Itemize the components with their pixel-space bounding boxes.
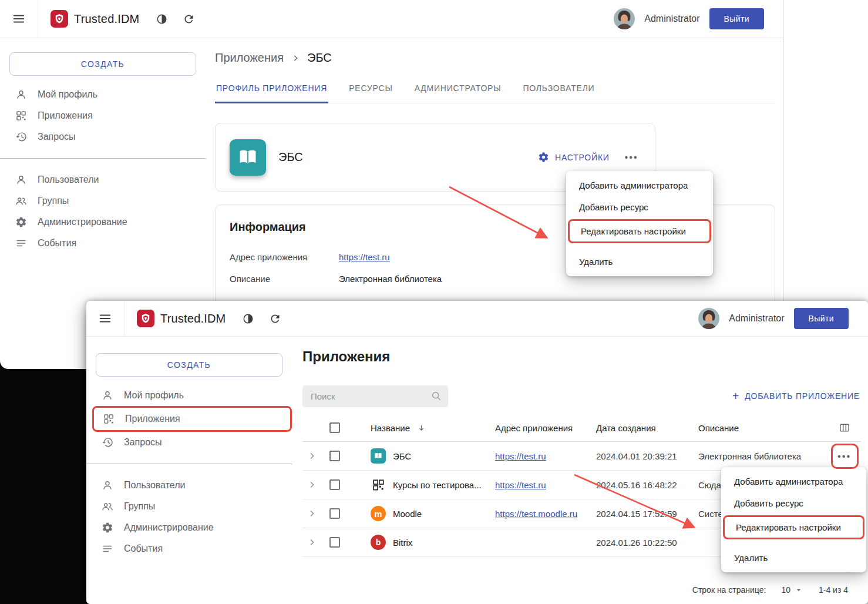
user-icon (102, 479, 113, 491)
info-value: Электронная библиотека (339, 274, 442, 284)
sidebar-item-users[interactable]: Пользователи (0, 169, 206, 190)
column-header-created: Дата создания (596, 423, 698, 433)
select-all-checkbox[interactable] (329, 422, 340, 433)
sidebar-item-administration[interactable]: Администрирование (0, 212, 206, 233)
sidebar-item-requests[interactable]: Запросы (86, 432, 292, 453)
nav-label: Приложения (38, 110, 93, 121)
app-row-url[interactable]: https://test.moodle.ru (495, 509, 577, 519)
app-row-name[interactable]: Bitrix (393, 538, 412, 548)
username: Administrator (644, 14, 699, 24)
logout-button[interactable]: Выйти (794, 308, 849, 329)
rows-per-page-select[interactable]: 10 (781, 585, 803, 595)
column-header-name[interactable]: Название (371, 423, 410, 433)
app-row-created: 2024.04.15 17:52:59 (596, 509, 698, 519)
refresh-icon[interactable] (268, 311, 282, 326)
sidebar-item-events[interactable]: События (0, 233, 206, 254)
profile-icon (15, 89, 27, 100)
row-checkbox[interactable] (329, 537, 340, 548)
sidebar-item-requests[interactable]: Запросы (0, 126, 206, 147)
app-url-link[interactable]: https://test.ru (339, 252, 390, 262)
menu-item-add-administrator[interactable]: Добавить администратора (566, 175, 713, 196)
bitrix-app-icon: b (371, 535, 386, 550)
app-row-url[interactable]: https://test.ru (495, 480, 546, 490)
menu-item-delete[interactable]: Удалить (566, 251, 713, 273)
header-right: Administrator Выйти (698, 308, 849, 329)
sidebar-item-my-profile[interactable]: Мой профиль (86, 385, 292, 406)
menu-button[interactable] (0, 0, 38, 38)
pagination: Строк на странице: 10 1-4 из 4 (692, 585, 848, 595)
user-avatar[interactable] (698, 308, 719, 329)
sidebar-item-applications[interactable]: Приложения (94, 408, 290, 430)
app-row-name[interactable]: Moodle (393, 509, 422, 519)
sidebar-item-groups[interactable]: Группы (0, 190, 206, 212)
nav-label: Запросы (38, 132, 76, 142)
menu-item-add-resource[interactable]: Добавить ресурс (721, 492, 866, 514)
app-row-created: 2024.05.16 16:48:22 (596, 480, 698, 490)
list-icon (102, 543, 113, 555)
breadcrumb-applications[interactable]: Приложения (215, 51, 284, 65)
menu-item-edit-settings[interactable]: Редактировать настройки (568, 219, 711, 243)
tab-administrators[interactable]: АДМИНИСТРАТОРЫ (413, 82, 503, 103)
background (0, 353, 100, 604)
column-settings-icon[interactable] (839, 422, 850, 434)
app-card-actions: НАСТРОЙКИ ••• (538, 152, 638, 163)
row-checkbox[interactable] (329, 479, 340, 490)
sidebar-item-my-profile[interactable]: Мой профиль (0, 84, 206, 105)
brand-shield-icon (51, 10, 68, 28)
row-more-actions-button[interactable]: ••• (831, 444, 859, 469)
expand-row-icon[interactable] (307, 508, 317, 519)
create-button[interactable]: СОЗДАТЬ (96, 353, 282, 377)
menu-button[interactable] (86, 301, 125, 336)
app-row-name[interactable]: ЭБС (393, 451, 411, 461)
theme-toggle-icon[interactable] (154, 12, 169, 26)
app-row-url[interactable]: https://test.ru (495, 451, 546, 461)
chevron-right-icon (291, 53, 300, 63)
annotation-box: Приложения (92, 406, 292, 432)
refresh-icon[interactable] (181, 12, 196, 26)
header-icons (241, 311, 282, 326)
app-row-name[interactable]: Курсы по тестирова... (393, 480, 482, 490)
expand-row-icon[interactable] (307, 451, 317, 461)
tab-app-profile[interactable]: ПРОФИЛЬ ПРИЛОЖЕНИЯ (215, 82, 328, 103)
menu-item-edit-settings[interactable]: Редактировать настройки (723, 515, 864, 539)
menu-item-add-administrator[interactable]: Добавить администратора (721, 471, 866, 492)
search-input[interactable] (309, 391, 430, 402)
apps-icon (103, 413, 115, 425)
more-actions-button[interactable]: ••• (625, 153, 638, 162)
search-box[interactable] (302, 385, 448, 407)
expand-row-icon[interactable] (307, 479, 317, 490)
brand: Trusted.IDM (51, 10, 139, 28)
menu-item-add-resource[interactable]: Добавить ресурс (566, 196, 713, 218)
table-row: ЭБС https://test.ru 2024.04.01 20:39:21 … (302, 442, 861, 471)
menu-item-delete[interactable]: Удалить (721, 547, 866, 569)
tab-resources[interactable]: РЕСУРСЫ (348, 82, 394, 103)
add-application-label: ДОБАВИТЬ ПРИЛОЖЕНИЕ (745, 391, 860, 401)
user-avatar[interactable] (614, 8, 635, 29)
list-icon (15, 237, 27, 249)
row-checkbox[interactable] (329, 508, 340, 519)
sidebar-item-applications[interactable]: Приложения (0, 105, 206, 126)
gear-icon (538, 152, 549, 163)
create-button[interactable]: СОЗДАТЬ (9, 52, 196, 76)
sidebar-item-users[interactable]: Пользователи (86, 475, 292, 496)
info-label: Адрес приложения (230, 252, 339, 262)
theme-toggle-icon[interactable] (241, 311, 255, 326)
row-checkbox[interactable] (329, 451, 340, 461)
settings-button[interactable]: НАСТРОЙКИ (538, 152, 610, 163)
user-icon (15, 174, 27, 186)
profile-icon (102, 390, 113, 401)
sort-desc-icon[interactable] (417, 424, 426, 432)
tab-users[interactable]: ПОЛЬЗОВАТЕЛИ (522, 82, 596, 103)
sidebar-item-groups[interactable]: Группы (86, 496, 292, 517)
sidebar-item-events[interactable]: События (86, 538, 292, 559)
nav-label: Мой профиль (38, 89, 97, 100)
sidebar-item-administration[interactable]: Администрирование (86, 517, 292, 538)
nav-label: События (38, 238, 76, 249)
sidebar-divider (0, 158, 206, 159)
expand-row-icon[interactable] (307, 537, 317, 548)
brand-name: Trusted.IDM (160, 312, 226, 326)
brand-name: Trusted.IDM (74, 12, 139, 26)
logout-button[interactable]: Выйти (709, 8, 764, 29)
moodle-app-icon: m (371, 506, 386, 521)
add-application-button[interactable]: + ДОБАВИТЬ ПРИЛОЖЕНИЕ (732, 390, 860, 402)
